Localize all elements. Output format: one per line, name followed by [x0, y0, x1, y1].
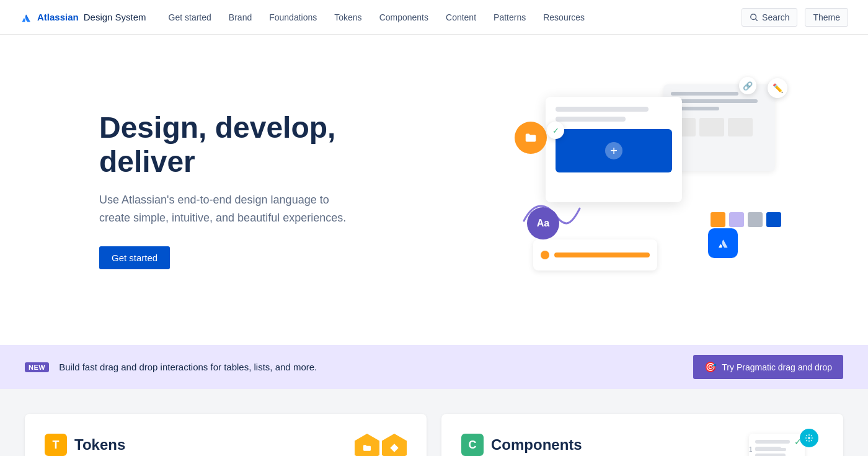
swatch-blue	[766, 212, 781, 227]
hero-section: Design, develop, deliver Use Atlassian's…	[0, 35, 868, 345]
banner-cta-label: Try Pragmatic drag and drop	[722, 362, 832, 372]
nav-link-get-started[interactable]: Get started	[161, 9, 219, 26]
nav-link-patterns[interactable]: Patterns	[486, 9, 533, 26]
logo[interactable]: Atlassian Design System	[20, 11, 146, 24]
hero-subtitle: Use Atlassian's end-to-end design langua…	[99, 191, 360, 227]
components-circle-icon	[800, 429, 818, 447]
hero-title: Design, develop, deliver	[99, 110, 422, 179]
navbar: Atlassian Design System Get startedBrand…	[0, 0, 868, 35]
search-label: Search	[762, 12, 789, 22]
line-numbers: 1 2 3	[749, 446, 789, 456]
illustration-card-main: +	[546, 97, 682, 202]
tokens-card-title: Tokens	[74, 436, 125, 454]
plus-icon: +	[605, 142, 622, 159]
nav-link-components[interactable]: Components	[372, 9, 436, 26]
atlassian-logo-icon	[20, 11, 32, 24]
folder-float-icon	[515, 122, 547, 154]
progress-bar	[554, 253, 650, 257]
settings-icon	[805, 434, 813, 442]
banner-new-badge: NEW	[25, 362, 49, 372]
progress-dot	[541, 251, 549, 259]
components-icon-box: C	[461, 434, 484, 456]
atlassian-icon	[715, 236, 730, 251]
typography-float-icon: Aa	[527, 207, 559, 239]
nav-link-brand[interactable]: Brand	[221, 9, 259, 26]
svg-point-6	[808, 437, 810, 439]
clip-float-icon: 🔗	[739, 77, 756, 94]
hex-diamond-icon	[382, 434, 407, 456]
drag-drop-icon: 🎯	[704, 361, 717, 373]
theme-button[interactable]: Theme	[805, 8, 848, 27]
tokens-card[interactable]: T Tokens Design tokens are the single so…	[25, 414, 427, 456]
logo-system-text: Design System	[84, 12, 146, 22]
components-card-header: C Components	[461, 434, 739, 456]
search-icon	[750, 13, 758, 22]
nav-actions: Search Theme	[742, 8, 848, 27]
nav-link-resources[interactable]: Resources	[536, 9, 592, 26]
nav-links: Get startedBrandFoundationsTokensCompone…	[161, 9, 742, 26]
components-card-title: Components	[491, 436, 582, 454]
promo-banner: NEW Build fast drag and drop interaction…	[0, 345, 868, 389]
tokens-icon-box: T	[45, 434, 67, 456]
hero-illustration: ✓ 🔗 ✏️ +	[496, 72, 794, 308]
theme-label: Theme	[813, 12, 840, 22]
nav-link-content[interactable]: Content	[438, 9, 484, 26]
svg-line-1	[756, 19, 758, 20]
aa-text: Aa	[537, 218, 549, 229]
banner-cta-button[interactable]: 🎯 Try Pragmatic drag and drop	[693, 355, 843, 379]
check-float-icon: ✓	[547, 122, 564, 139]
banner-left: NEW Build fast drag and drop interaction…	[25, 362, 317, 372]
swatch-orange	[711, 212, 725, 227]
cards-section: T Tokens Design tokens are the single so…	[0, 389, 868, 456]
atlassian-float-icon	[708, 228, 738, 258]
illustration-blue-block: +	[556, 129, 672, 172]
components-card[interactable]: C Components Components are the intuitiv…	[441, 414, 843, 456]
hero-content: Design, develop, deliver Use Atlassian's…	[99, 110, 422, 270]
pencil-float-icon: ✏️	[768, 78, 787, 98]
hero-cta-button[interactable]: Get started	[99, 246, 170, 269]
nav-link-foundations[interactable]: Foundations	[262, 9, 324, 26]
banner-text: Build fast drag and drop interactions fo…	[59, 362, 317, 372]
folder-icon	[524, 131, 538, 145]
search-button[interactable]: Search	[742, 8, 797, 27]
illustration-progress-bar	[533, 239, 657, 270]
nav-link-tokens[interactable]: Tokens	[327, 9, 369, 26]
logo-brand-text: Atlassian	[37, 12, 79, 22]
swatch-purple	[729, 212, 744, 227]
tokens-card-header: T Tokens	[45, 434, 345, 456]
hex-folder-icon	[355, 434, 379, 456]
swatch-gray	[748, 212, 763, 227]
illustration-swatches	[711, 212, 781, 227]
